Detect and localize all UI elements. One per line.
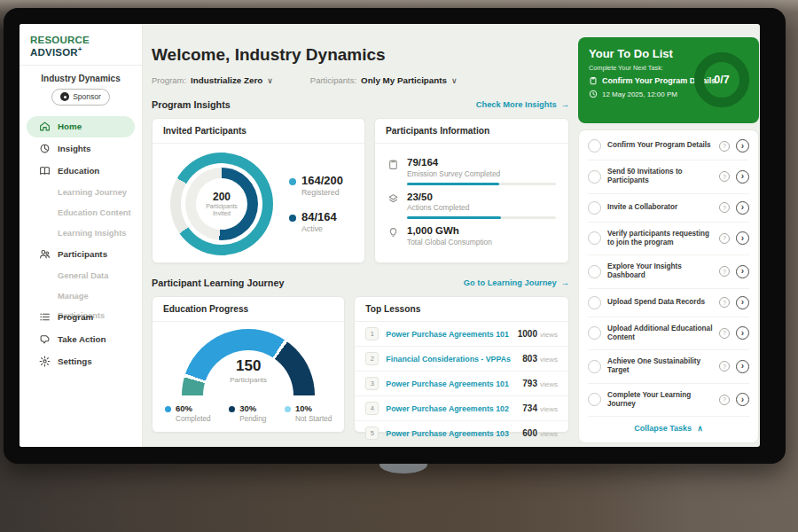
progress-fill	[407, 216, 501, 219]
sidebar-item-home[interactable]: Home	[27, 116, 135, 137]
task-checkbox[interactable]	[588, 265, 601, 278]
help-icon[interactable]: ?	[719, 328, 730, 339]
task-row[interactable]: Achieve One Sustainability Target ? ›	[588, 349, 749, 383]
arrow-right-icon: →	[561, 278, 569, 287]
chevron-right-button[interactable]: ›	[736, 326, 749, 340]
lesson-link[interactable]: Power Purchase Agreements 102	[386, 404, 515, 413]
card-title: Participants Information	[375, 119, 568, 144]
task-label: Achieve One Sustainability Target	[607, 357, 713, 376]
task-row[interactable]: Upload Additional Educational Content ? …	[588, 317, 749, 350]
sidebar-item-settings[interactable]: Settings	[27, 351, 135, 372]
lesson-views: 1000	[518, 329, 537, 339]
chevron-right-button[interactable]: ›	[736, 201, 749, 215]
chevron-right-button[interactable]: ›	[736, 139, 749, 153]
chevron-right-button[interactable]: ›	[736, 393, 749, 406]
book-icon	[39, 165, 51, 176]
legend-value: 30%	[239, 403, 256, 413]
dashboard-screen: RESOURCE ADVISOR+ Industry Dynamics Spon…	[20, 24, 760, 447]
metric-label: Emission Survey Completed	[407, 169, 500, 178]
lesson-row: 3 Power Purchase Agreements 101 793views	[355, 371, 568, 395]
filter-bar: Program: Industrialize Zero ∨ Participan…	[152, 75, 569, 85]
help-icon[interactable]: ?	[719, 361, 730, 372]
sidebar-item-label: Program	[58, 312, 93, 322]
lesson-rank: 5	[365, 426, 379, 440]
legend-dot-not-started	[285, 406, 291, 412]
bulb-icon	[387, 227, 399, 239]
metric-row: 79/164 Emission Survey Completed	[387, 157, 556, 185]
task-checkbox[interactable]	[588, 231, 601, 245]
sidebar-item-take-action[interactable]: Take Action	[27, 329, 135, 350]
lesson-link[interactable]: Financial Considerations - VPPAs	[386, 355, 515, 364]
task-row[interactable]: Verify participants requesting to join t…	[588, 222, 749, 255]
learning-journey-header: Participant Learning Journey Go to Learn…	[152, 278, 569, 288]
donut-center-value: 200	[213, 191, 231, 203]
task-checkbox[interactable]	[588, 170, 601, 184]
help-icon[interactable]: ?	[719, 233, 730, 244]
lesson-link[interactable]: Power Purchase Agreements 103	[386, 429, 515, 438]
task-row[interactable]: Complete Your Learning Journey ? ›	[588, 383, 749, 417]
chevron-right-button[interactable]: ›	[736, 170, 749, 184]
lesson-link[interactable]: Power Purchase Agreements 101	[386, 379, 515, 388]
program-value: Industrialize Zero	[191, 75, 262, 85]
help-icon[interactable]: ?	[719, 202, 730, 213]
help-icon[interactable]: ?	[719, 395, 730, 405]
task-row[interactable]: Send 50 Invitations to Participants ? ›	[588, 160, 749, 193]
task-label: Invite a Collaborator	[607, 203, 713, 212]
sidebar-item-insights[interactable]: Insights	[27, 138, 135, 160]
clock-icon	[589, 90, 598, 98]
help-icon[interactable]: ?	[719, 266, 730, 277]
task-checkbox[interactable]	[588, 201, 601, 215]
chevron-right-button[interactable]: ›	[736, 231, 749, 245]
legend-dot-registered	[289, 178, 296, 185]
donut-center-label: Participants Invited	[201, 203, 242, 218]
task-checkbox[interactable]	[588, 296, 601, 309]
metric-row: 1,000 GWh Total Global Consumption	[387, 225, 556, 246]
todo-progress-ring: 0/7	[694, 52, 749, 107]
task-checkbox[interactable]	[588, 393, 601, 406]
task-row[interactable]: Explore Your Insights Dashboard ? ›	[588, 254, 749, 288]
app-logo: RESOURCE ADVISOR+	[20, 24, 142, 66]
sidebar-item-education-content[interactable]: Education Content	[27, 203, 135, 223]
task-checkbox[interactable]	[588, 326, 601, 340]
go-to-learning-journey-link[interactable]: Go to Learning Journey →	[464, 278, 569, 287]
participants-dropdown[interactable]: Participants: Only My Participants ∨	[310, 75, 458, 85]
sidebar-item-participants[interactable]: Participants	[27, 244, 135, 265]
help-icon[interactable]: ?	[719, 171, 730, 182]
lesson-row: 1 Power Purchase Agreements 101 1000view…	[355, 322, 568, 346]
sidebar-item-education[interactable]: Education	[27, 160, 135, 182]
task-row[interactable]: Confirm Your Program Details ? ›	[588, 132, 749, 160]
todo-progress-value: 0/7	[714, 74, 729, 86]
chevron-right-button[interactable]: ›	[736, 265, 749, 278]
check-more-insights-link[interactable]: Check More Insights →	[476, 100, 569, 109]
program-dropdown[interactable]: Program: Industrialize Zero ∨	[152, 75, 273, 85]
sidebar-item-learning-journey[interactable]: Learning Journey	[27, 183, 135, 202]
help-icon[interactable]: ?	[719, 141, 730, 152]
metric-value: 1,000 GWh	[407, 225, 459, 236]
collapse-tasks-link[interactable]: Collapse Tasks ∧	[588, 416, 749, 441]
lesson-link[interactable]: Power Purchase Agreements 101	[386, 330, 510, 339]
legend-value: 164/200	[301, 174, 343, 187]
views-suffix: views	[540, 380, 558, 388]
clipboard-icon	[387, 159, 399, 170]
task-checkbox[interactable]	[588, 360, 601, 373]
chevron-right-button[interactable]: ›	[736, 360, 749, 373]
sidebar-item-manage-participants[interactable]: Manage Participants	[27, 286, 135, 306]
task-label: Upload Spend Data Records	[607, 298, 713, 307]
sidebar-item-learning-insights[interactable]: Learning Insights	[27, 223, 135, 243]
sponsor-label: Sponsor	[73, 92, 101, 101]
task-row[interactable]: Upload Spend Data Records ? ›	[588, 288, 749, 317]
legend-label: Not Started	[295, 415, 332, 423]
task-row[interactable]: Invite a Collaborator ? ›	[588, 193, 749, 222]
legend-dot-active	[289, 215, 296, 222]
legend-item: 30% Pending	[229, 403, 266, 423]
legend-item: 84/164 Active	[289, 211, 343, 233]
help-icon[interactable]: ?	[719, 297, 730, 308]
sidebar-item-general-data[interactable]: General Data	[27, 266, 135, 286]
logo-advisor: ADVISOR	[30, 47, 78, 58]
action-icon	[39, 333, 51, 345]
legend-label: Completed	[176, 415, 211, 423]
gear-icon	[39, 356, 51, 367]
task-checkbox[interactable]	[588, 139, 601, 153]
chevron-right-button[interactable]: ›	[736, 296, 749, 309]
org-name: Industry Dynamics	[20, 74, 142, 83]
